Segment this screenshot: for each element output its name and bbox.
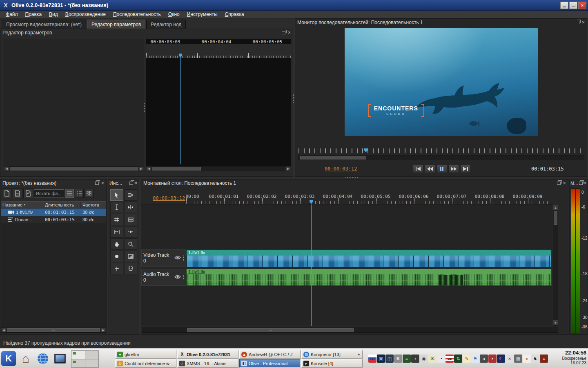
close-panel-icon[interactable]: × xyxy=(584,181,587,185)
icon-view-button[interactable] xyxy=(85,189,94,198)
close-button[interactable]: × xyxy=(578,2,586,9)
timeline-ruler[interactable]: 00:00 00:00:01:01 00:00:02:02 00:00:03:0… xyxy=(186,193,552,204)
tray-icon-screen[interactable]: ◫ xyxy=(385,355,394,363)
open-project-button[interactable] xyxy=(13,188,22,198)
pager-desktop-3[interactable] xyxy=(71,359,85,368)
taskbar-item-konsole[interactable]: ▸ Konsole [4] xyxy=(301,359,363,368)
group-arrow-icon[interactable]: ▲ xyxy=(357,352,361,356)
close-panel-icon[interactable]: × xyxy=(101,181,104,185)
panel-splitter-grip[interactable] xyxy=(292,93,294,103)
track-header-grip[interactable] xyxy=(183,255,184,261)
column-duration[interactable]: Длительность xyxy=(43,202,81,208)
desktop-pager[interactable] xyxy=(71,350,99,368)
project-hscrollbar[interactable]: ◀ ▶ ⋯ xyxy=(1,328,106,333)
minimize-button[interactable] xyxy=(560,2,568,9)
timeline-current-time[interactable]: 00:00:03:12 xyxy=(153,195,185,201)
menu-tools[interactable]: Инструменты xyxy=(184,11,221,18)
project-row-footage[interactable]: 1-ffv1.flv 00:01:03:15 30 к/с xyxy=(1,209,106,216)
project-row-sequence[interactable]: После... 00:01:03:15 30 к/с xyxy=(1,216,106,223)
scroll-left-icon[interactable]: ◀ xyxy=(146,166,151,171)
tray-icon-flag[interactable]: ⚑ xyxy=(471,355,479,363)
hand-tool-button[interactable] xyxy=(110,238,123,250)
scroll-handle[interactable] xyxy=(554,211,557,225)
taskbar-item-gkrellm[interactable]: ● gkrellm xyxy=(115,350,176,359)
timeline-playhead-marker[interactable] xyxy=(310,200,313,204)
scroll-up-icon[interactable]: ▲ xyxy=(553,205,558,210)
menu-window[interactable]: Окно xyxy=(165,11,183,18)
pane-splitter-grip[interactable] xyxy=(143,103,145,112)
effects-hscrollbar[interactable]: ◀ ▶ ⋯ xyxy=(4,166,144,171)
tray-icon-mail[interactable]: ✉ xyxy=(428,355,437,363)
pager-desktop-4[interactable] xyxy=(85,359,99,368)
close-panel-icon[interactable]: × xyxy=(287,31,291,35)
scroll-right-icon[interactable]: ▶ xyxy=(100,328,106,332)
tray-icon-chess[interactable]: ♞ xyxy=(531,355,539,363)
pager-desktop-2[interactable] xyxy=(85,351,99,359)
snapping-tool-button[interactable] xyxy=(124,263,137,274)
tray-icon-media[interactable]: ♪ xyxy=(411,355,419,363)
transition-tool-button[interactable] xyxy=(124,251,137,262)
ripple-tool-button[interactable] xyxy=(124,202,137,213)
monitor-playhead-marker[interactable] xyxy=(364,148,368,152)
app-menu-button[interactable]: K xyxy=(1,350,16,367)
column-rate[interactable]: Частота xyxy=(81,202,105,208)
menu-help[interactable]: Справка xyxy=(222,11,247,18)
keyframe-hscrollbar[interactable]: ◀ ▶ ⋯ xyxy=(146,166,291,171)
scroll-handle[interactable]: ⋯ xyxy=(7,328,100,332)
scroll-handle[interactable]: ⋯ xyxy=(300,156,366,159)
rolling-tool-button[interactable] xyxy=(124,214,137,225)
save-project-button[interactable] xyxy=(23,188,33,198)
tab-effect-controls[interactable]: Редактор параметров xyxy=(87,20,145,29)
scroll-left-icon[interactable]: ◀ xyxy=(4,166,9,171)
audio-track-mute-toggle[interactable] xyxy=(174,274,181,280)
audio-clip[interactable]: 1-ffv1.flv xyxy=(186,269,552,286)
tray-icon-xkill[interactable]: × xyxy=(506,355,514,363)
tray-icon-package[interactable]: ▪ xyxy=(488,355,497,363)
taskbar-item-konqueror[interactable]: ◍ Konqueror [13] ▲ xyxy=(301,350,363,359)
new-item-button[interactable] xyxy=(2,188,12,198)
menu-sequence[interactable]: Последовательность xyxy=(110,11,164,18)
browser-launcher[interactable] xyxy=(35,350,51,367)
fast-forward-button[interactable] xyxy=(448,165,459,173)
record-tool-button[interactable] xyxy=(110,251,123,262)
float-panel-icon[interactable] xyxy=(557,182,561,185)
razor-tool-button[interactable] xyxy=(110,214,123,225)
tray-icon-power[interactable]: ≡ xyxy=(403,355,411,363)
pause-button[interactable] xyxy=(437,165,447,173)
tray-icon-notes[interactable]: ✎ xyxy=(463,355,471,363)
scroll-handle[interactable]: ⋯ xyxy=(152,167,201,171)
terminal-launcher[interactable] xyxy=(52,350,68,367)
taskbar-item-notification[interactable]: ✋ Could not determine w xyxy=(115,359,176,368)
slip-tool-button[interactable] xyxy=(110,226,123,238)
scroll-handle[interactable]: ⋯ xyxy=(187,328,354,332)
float-panel-icon[interactable] xyxy=(576,21,579,24)
scroll-right-icon[interactable]: ▶ xyxy=(285,166,291,171)
tray-icon-clock[interactable]: ◔ xyxy=(437,355,445,363)
tray-icon-display[interactable]: ▣ xyxy=(377,355,385,363)
scroll-left-icon[interactable]: ◀ xyxy=(1,328,7,332)
add-tool-button[interactable] xyxy=(110,263,123,274)
tree-view-button[interactable] xyxy=(65,189,74,198)
scroll-right-icon[interactable]: ▶ xyxy=(138,166,144,171)
keyframe-ruler[interactable]: 00:00:03:03 00:00:04:04 00:00:05:05 xyxy=(146,44,292,58)
edit-tool-button[interactable] xyxy=(110,202,123,213)
menu-file[interactable]: Файл xyxy=(2,11,21,18)
video-track-visibility-toggle[interactable] xyxy=(174,255,181,261)
column-name[interactable]: Название ▾ xyxy=(1,202,43,208)
video-clip[interactable]: 1-ffv1.flv xyxy=(186,249,552,267)
playhead-marker[interactable] xyxy=(179,54,182,57)
go-to-end-button[interactable] xyxy=(460,165,471,173)
tray-icon-fire[interactable]: ▲ xyxy=(540,355,548,363)
float-panel-icon[interactable] xyxy=(95,182,99,185)
menu-playback[interactable]: Воспроизведение xyxy=(62,11,109,18)
rewind-button[interactable] xyxy=(425,165,435,173)
track-header-grip[interactable] xyxy=(183,274,184,280)
search-input[interactable] xyxy=(34,189,64,197)
menu-edit[interactable]: Правка xyxy=(22,11,45,18)
monitor-current-time[interactable]: 00:00:03:12 xyxy=(325,166,357,172)
list-view-button[interactable] xyxy=(75,189,84,198)
tray-icon-moon[interactable]: ☾ xyxy=(497,355,505,363)
taskbar-item-olive-browser[interactable]: ◧ Olive - Professional xyxy=(239,359,301,368)
close-panel-icon[interactable]: × xyxy=(581,20,585,25)
taskbar-item-irc[interactable]: ▲ AndrewR @ OFTC / # xyxy=(239,350,301,359)
